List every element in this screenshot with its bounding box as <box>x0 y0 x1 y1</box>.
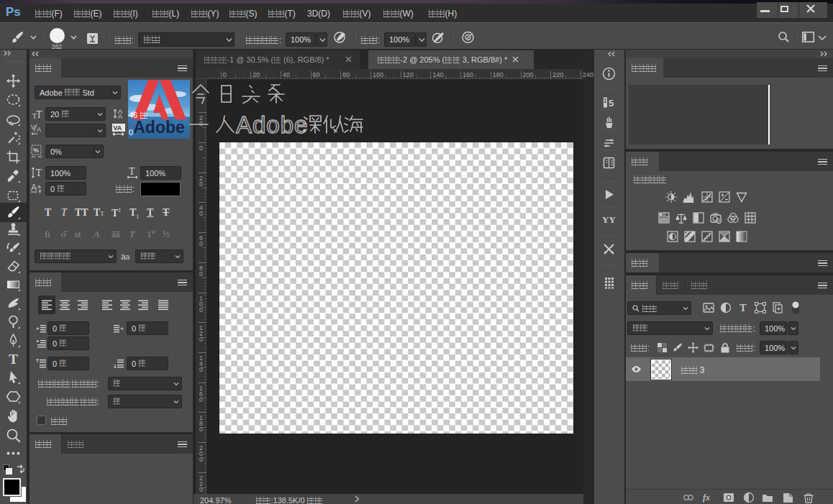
svg-text:A: A <box>37 126 41 133</box>
svg-text:YY: YY <box>602 214 616 225</box>
svg-text:T: T <box>129 167 135 177</box>
svg-text:VA: VA <box>114 124 122 132</box>
svg-text:T: T <box>36 168 42 178</box>
svg-text:A: A <box>118 113 122 119</box>
svg-text:5: 5 <box>609 98 614 109</box>
svg-text:A: A <box>31 183 37 193</box>
svg-text:T: T <box>9 352 18 367</box>
svg-text:fx: fx <box>703 492 710 503</box>
svg-text:a: a <box>37 183 41 190</box>
svg-text:%: % <box>33 147 39 154</box>
svg-text:T: T <box>739 303 747 313</box>
svg-text:Adobe: Adobe <box>133 118 185 137</box>
svg-text:T: T <box>36 109 42 119</box>
